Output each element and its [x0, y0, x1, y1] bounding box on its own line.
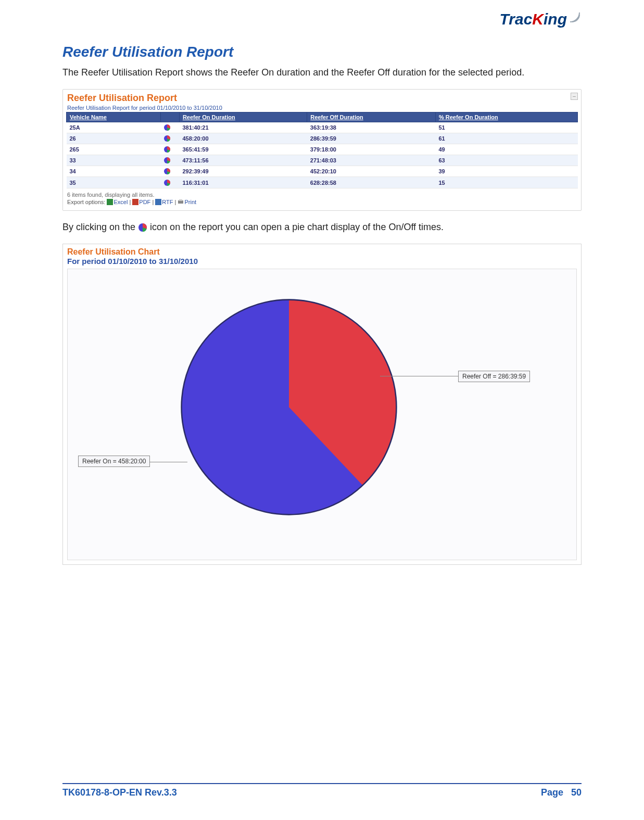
table-row: 33473:11:56271:48:0363: [67, 155, 578, 166]
cell-pct-on: 15: [435, 177, 577, 188]
chart-title: Reefer Utilisation Chart: [67, 247, 577, 257]
footer-doc-id: TK60178-8-OP-EN Rev.3.3: [62, 787, 177, 798]
cell-vehicle-name: 33: [67, 155, 161, 166]
pie-chart-icon: [138, 223, 147, 232]
svg-rect-8: [155, 199, 161, 205]
cell-pct-on: 49: [435, 144, 577, 155]
cell-vehicle-name: 26: [67, 133, 161, 144]
cell-reefer-on: 381:40:21: [179, 122, 307, 133]
table-row: 25A381:40:21363:19:3851: [67, 122, 578, 133]
cell-reefer-off: 452:20:10: [307, 166, 436, 177]
chart-area: Reefer Off = 286:39:59 Reefer On = 458:2…: [67, 269, 577, 560]
logo-waves-icon: [568, 10, 582, 24]
cell-reefer-on: 365:41:59: [179, 144, 307, 155]
mid-paragraph: By clicking on the icon on the report yo…: [62, 220, 582, 234]
table-row: 34292:39:49452:20:1039: [67, 166, 578, 177]
cell-reefer-on: 473:11:56: [179, 155, 307, 166]
table-row: 265365:41:59379:18:0049: [67, 144, 578, 155]
cell-reefer-off: 628:28:58: [307, 177, 436, 188]
table-row: 26458:20:00286:39:5961: [67, 133, 578, 144]
cell-vehicle-name: 35: [67, 177, 161, 188]
col-chart-icon: [160, 112, 179, 122]
cell-chart-link[interactable]: [160, 177, 179, 188]
chart-subtitle: For period 01/10/2010 to 31/10/2010: [67, 257, 577, 266]
cell-vehicle-name: 265: [67, 144, 161, 155]
page-footer: TK60178-8-OP-EN Rev.3.3 Page 50: [62, 783, 582, 798]
col-pct-on[interactable]: % Reefer On Duration: [435, 112, 577, 122]
cell-vehicle-name: 34: [67, 166, 161, 177]
cell-vehicle-name: 25A: [67, 122, 161, 133]
mid-text-b: icon on the report you can open a pie ch…: [150, 222, 444, 232]
export-rtf-link[interactable]: RTF: [162, 199, 173, 205]
col-reefer-on[interactable]: Reefer On Duration: [179, 112, 307, 122]
cell-pct-on: 63: [435, 155, 577, 166]
intro-paragraph: The Reefer Utilisation Report shows the …: [62, 66, 582, 80]
report-table: Vehicle Name Reefer On Duration Reefer O…: [66, 112, 578, 188]
svg-rect-6: [107, 199, 113, 205]
cell-chart-link[interactable]: [160, 133, 179, 144]
cell-reefer-on: 116:31:01: [179, 177, 307, 188]
callout-reefer-off: Reefer Off = 286:39:59: [458, 371, 530, 382]
export-label: Export options:: [67, 199, 105, 205]
col-reefer-off[interactable]: Reefer Off Duration: [307, 112, 436, 122]
export-options: Export options: Excel | PDF | RTF | Prin…: [67, 199, 578, 205]
cell-reefer-off: 286:39:59: [307, 133, 436, 144]
cell-reefer-on: 292:39:49: [179, 166, 307, 177]
chart-panel: Reefer Utilisation Chart For period 01/1…: [62, 244, 582, 565]
cell-reefer-on: 458:20:00: [179, 133, 307, 144]
export-pdf-link[interactable]: PDF: [139, 199, 150, 205]
cell-pct-on: 61: [435, 133, 577, 144]
pie-chart-icon[interactable]: [163, 157, 171, 164]
logo-text-2: ing: [544, 10, 567, 28]
cell-chart-link[interactable]: [160, 122, 179, 133]
pie-chart-icon[interactable]: [163, 179, 171, 186]
report-title: Reefer Utilisation Report: [67, 93, 578, 104]
cell-reefer-off: 271:48:03: [307, 155, 436, 166]
cell-chart-link[interactable]: [160, 166, 179, 177]
cell-pct-on: 51: [435, 122, 577, 133]
header-logo-row: TracKing: [62, 10, 582, 28]
pie-chart-icon[interactable]: [163, 146, 171, 153]
panel-collapse-icon[interactable]: –: [571, 93, 578, 100]
cell-chart-link[interactable]: [160, 144, 179, 155]
col-vehicle-name[interactable]: Vehicle Name: [67, 112, 161, 122]
mid-text-a: By clicking on the: [62, 222, 138, 232]
logo-text-k: K: [532, 10, 544, 28]
cell-reefer-off: 363:19:38: [307, 122, 436, 133]
items-found-text: 6 items found, displaying all items.: [67, 192, 578, 198]
pdf-icon: [132, 199, 138, 205]
tracking-logo: TracKing: [500, 10, 582, 28]
print-icon: [178, 199, 184, 205]
svg-rect-7: [132, 199, 138, 205]
pie-chart-icon[interactable]: [163, 168, 171, 175]
table-row: 35116:31:01628:28:5815: [67, 177, 578, 188]
callout-reefer-on: Reefer On = 458:20:00: [78, 456, 150, 467]
cell-chart-link[interactable]: [160, 155, 179, 166]
cell-pct-on: 39: [435, 166, 577, 177]
footer-page-label: Page: [541, 787, 563, 798]
pie-chart: [177, 295, 401, 519]
report-panel: – Reefer Utilisation Report Reefer Utili…: [62, 89, 582, 211]
export-print-link[interactable]: Print: [184, 199, 196, 205]
cell-reefer-off: 379:18:00: [307, 144, 436, 155]
pie-chart-icon[interactable]: [163, 124, 171, 131]
svg-rect-10: [179, 199, 182, 201]
footer-page-num: 50: [571, 787, 582, 798]
logo-text-1: Trac: [500, 10, 533, 28]
rtf-icon: [155, 199, 161, 205]
export-excel-link[interactable]: Excel: [113, 199, 128, 205]
pie-chart-icon[interactable]: [163, 135, 171, 142]
excel-icon: [107, 199, 113, 205]
report-subtitle: Reefer Utilisation Report for period 01/…: [67, 105, 578, 111]
section-title: Reefer Utilisation Report: [62, 44, 582, 60]
